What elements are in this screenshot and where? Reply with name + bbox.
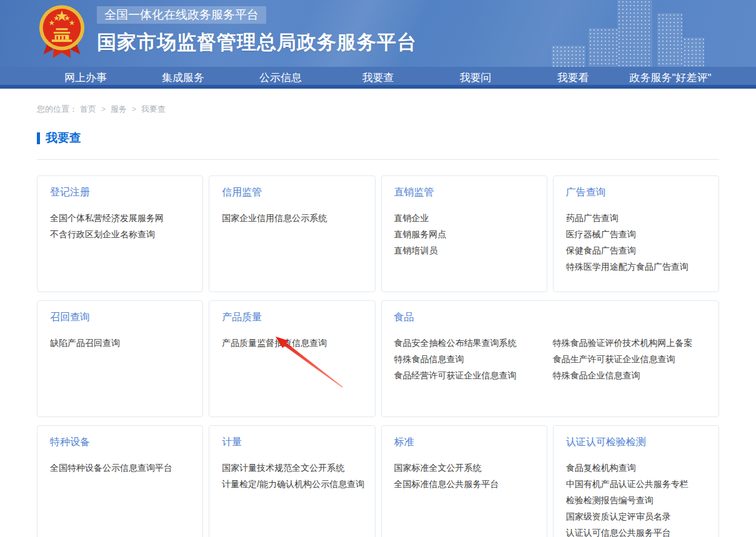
nav-item[interactable]: 集成服务 — [134, 67, 232, 85]
category-title: 广告查询 — [566, 186, 706, 199]
service-link[interactable]: 食品经营许可获证企业信息查询 — [394, 367, 553, 383]
breadcrumb: 您的位置： 首页>服务>我要查 — [37, 104, 719, 115]
skyline-decoration-icon — [550, 0, 756, 67]
site-title: 国家市场监督管理总局政务服务平台 — [97, 29, 417, 56]
service-link[interactable]: 国家计量技术规范全文公开系统 — [222, 460, 364, 476]
service-link[interactable]: 产品质量监督抽查信息查询 — [222, 335, 362, 351]
service-link[interactable]: 直销企业 — [394, 210, 534, 226]
card-link-columns: 国家计量技术规范全文公开系统计量检定/能力确认机构公示信息查询 — [222, 460, 362, 492]
breadcrumb-link[interactable]: 我要查 — [141, 104, 166, 115]
category-card: 广告查询药品广告查询医疗器械广告查询保健食品广告查询特殊医学用途配方食品广告查询 — [553, 175, 719, 292]
card-link-column: 药品广告查询医疗器械广告查询保健食品广告查询特殊医学用途配方食品广告查询 — [566, 210, 706, 275]
nav-bar: 网上办事集成服务公示信息我要查我要问我要看政务服务"好差评" — [0, 67, 756, 89]
service-link[interactable]: 保健食品广告查询 — [566, 242, 706, 259]
service-link[interactable]: 全国标准信息公共服务平台 — [394, 476, 534, 492]
category-title: 产品质量 — [222, 311, 362, 324]
service-link[interactable]: 直销培训员 — [394, 242, 534, 259]
card-link-columns: 药品广告查询医疗器械广告查询保健食品广告查询特殊医学用途配方食品广告查询 — [566, 210, 706, 275]
category-title: 直销监管 — [394, 186, 534, 199]
nav-item[interactable]: 公示信息 — [232, 67, 329, 85]
card-link-column: 国家企业信用信息公示系统 — [222, 210, 362, 226]
platform-badge: 全国一体化在线政务服务平台 — [97, 6, 266, 24]
nav-item[interactable]: 网上办事 — [37, 67, 134, 85]
service-link[interactable]: 国家标准全文公开系统 — [394, 460, 534, 476]
card-link-column: 产品质量监督抽查信息查询 — [222, 335, 362, 351]
category-title: 召回查询 — [50, 311, 190, 324]
category-card: 标准国家标准全文公开系统全国标准信息公共服务平台 — [381, 425, 547, 537]
category-card: 召回查询缺陷产品召回查询 — [37, 300, 203, 417]
service-link[interactable]: 国家企业信用信息公示系统 — [222, 210, 362, 226]
site-header: 全国一体化在线政务服务平台 国家市场监督管理总局政务服务平台 — [0, 0, 756, 67]
category-title: 特种设备 — [50, 436, 190, 449]
breadcrumb-prefix: 您的位置： — [37, 104, 77, 115]
category-card: 认证认可检验检测食品复检机构查询中国有机产品认证公共服务专栏检验检测报告编号查询… — [553, 425, 719, 537]
card-link-columns: 国家标准全文公开系统全国标准信息公共服务平台 — [394, 460, 534, 492]
service-link[interactable]: 食品复检机构查询 — [566, 460, 706, 476]
service-link[interactable]: 检验检测报告编号查询 — [566, 492, 706, 508]
service-link[interactable]: 不含行政区划企业名称查询 — [50, 226, 190, 242]
national-emblem-icon — [38, 3, 86, 61]
category-title: 标准 — [394, 436, 534, 449]
card-link-columns: 全国特种设备公示信息查询平台 — [50, 460, 190, 476]
category-title: 食品 — [394, 311, 707, 324]
card-link-column: 全国个体私营经济发展服务网不含行政区划企业名称查询 — [50, 210, 190, 242]
service-link[interactable]: 药品广告查询 — [566, 210, 706, 226]
service-link[interactable]: 计量检定/能力确认机构公示信息查询 — [222, 476, 364, 492]
breadcrumb-link[interactable]: 服务 — [111, 104, 127, 115]
card-link-column: 直销企业直销服务网点直销培训员 — [394, 210, 534, 259]
service-link[interactable]: 国家级资质认定评审员名录 — [566, 508, 706, 525]
service-link[interactable]: 认证认可信息公共服务平台 — [566, 525, 706, 537]
nav-item[interactable]: 我要问 — [427, 67, 524, 85]
category-title: 信用监管 — [222, 186, 362, 199]
nav-item[interactable]: 我要查 — [329, 67, 427, 85]
service-link[interactable]: 特殊食品信息查询 — [394, 351, 553, 367]
card-link-column: 国家标准全文公开系统全国标准信息公共服务平台 — [394, 460, 534, 492]
category-grid: 登记注册全国个体私营经济发展服务网不含行政区划企业名称查询信用监管国家企业信用信… — [37, 175, 719, 537]
card-link-columns: 直销企业直销服务网点直销培训员 — [394, 210, 534, 259]
title-accent-bar — [37, 132, 40, 144]
nav-item[interactable]: 我要看 — [524, 67, 622, 85]
card-link-columns: 食品复检机构查询中国有机产品认证公共服务专栏检验检测报告编号查询国家级资质认定评… — [566, 460, 706, 537]
breadcrumb-separator: > — [132, 105, 136, 114]
service-link[interactable]: 全国个体私营经济发展服务网 — [50, 210, 190, 226]
divider — [37, 159, 719, 160]
service-link[interactable]: 特殊食品企业信息查询 — [553, 367, 712, 383]
breadcrumb-separator: > — [101, 105, 106, 114]
card-link-column: 特殊食品验证评价技术机构网上备案食品生产许可获证企业信息查询特殊食品企业信息查询 — [553, 335, 712, 383]
service-link[interactable]: 医疗器械广告查询 — [566, 226, 706, 242]
card-link-columns: 食品安全抽检公布结果查询系统特殊食品信息查询食品经营许可获证企业信息查询特殊食品… — [394, 335, 707, 383]
card-link-column: 食品安全抽检公布结果查询系统特殊食品信息查询食品经营许可获证企业信息查询 — [394, 335, 553, 383]
category-title: 登记注册 — [50, 186, 190, 199]
category-card: 计量国家计量技术规范全文公开系统计量检定/能力确认机构公示信息查询 — [209, 425, 375, 537]
card-link-columns: 缺陷产品召回查询 — [50, 335, 190, 351]
card-link-column: 食品复检机构查询中国有机产品认证公共服务专栏检验检测报告编号查询国家级资质认定评… — [566, 460, 706, 537]
service-link[interactable]: 食品安全抽检公布结果查询系统 — [394, 335, 553, 351]
category-card: 登记注册全国个体私营经济发展服务网不含行政区划企业名称查询 — [37, 175, 203, 292]
service-link[interactable]: 全国特种设备公示信息查询平台 — [50, 460, 190, 476]
category-title: 计量 — [222, 436, 362, 449]
main-content: 您的位置： 首页>服务>我要查 我要查 登记注册全国个体私营经济发展服务网不含行… — [0, 104, 756, 537]
service-link[interactable]: 特殊医学用途配方食品广告查询 — [566, 259, 706, 275]
category-card: 直销监管直销企业直销服务网点直销培训员 — [381, 175, 547, 292]
card-link-columns: 产品质量监督抽查信息查询 — [222, 335, 362, 351]
service-link[interactable]: 食品生产许可获证企业信息查询 — [553, 351, 712, 367]
card-link-column: 全国特种设备公示信息查询平台 — [50, 460, 190, 476]
category-card: 特种设备全国特种设备公示信息查询平台 — [37, 425, 203, 537]
breadcrumb-link[interactable]: 首页 — [80, 104, 96, 115]
card-link-column: 国家计量技术规范全文公开系统计量检定/能力确认机构公示信息查询 — [222, 460, 364, 492]
card-link-column: 缺陷产品召回查询 — [50, 335, 190, 351]
category-card: 产品质量产品质量监督抽查信息查询 — [209, 300, 375, 417]
card-link-columns: 国家企业信用信息公示系统 — [222, 210, 362, 226]
nav-item[interactable]: 政务服务"好差评" — [622, 67, 719, 85]
page-title-row: 我要查 — [37, 130, 719, 146]
service-link[interactable]: 直销服务网点 — [394, 226, 534, 242]
page-title: 我要查 — [46, 130, 81, 146]
category-card: 信用监管国家企业信用信息公示系统 — [209, 175, 375, 292]
category-card: 食品食品安全抽检公布结果查询系统特殊食品信息查询食品经营许可获证企业信息查询特殊… — [381, 300, 720, 417]
card-link-columns: 全国个体私营经济发展服务网不含行政区划企业名称查询 — [50, 210, 190, 242]
service-link[interactable]: 中国有机产品认证公共服务专栏 — [566, 476, 706, 492]
service-link[interactable]: 缺陷产品召回查询 — [50, 335, 190, 351]
service-link[interactable]: 特殊食品验证评价技术机构网上备案 — [553, 335, 712, 351]
category-title: 认证认可检验检测 — [566, 436, 706, 449]
